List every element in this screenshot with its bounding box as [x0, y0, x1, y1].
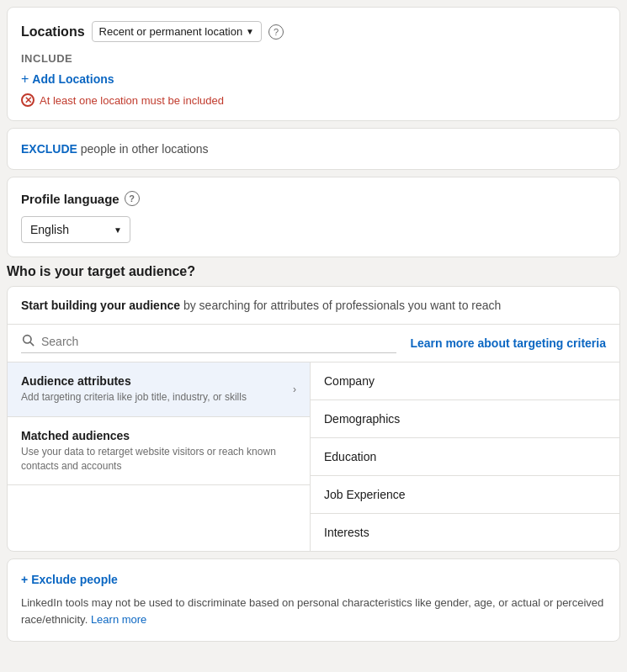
- target-audience-section: Who is your target audience? Start build…: [7, 264, 620, 552]
- add-locations-button[interactable]: + Add Locations: [21, 71, 114, 87]
- profile-language-header: Profile language ?: [21, 191, 606, 206]
- left-panel: Audience attributes Add targeting criter…: [8, 362, 311, 551]
- exclude-people-label: Exclude people: [31, 573, 118, 586]
- job-experience-item[interactable]: Job Experience: [311, 476, 619, 514]
- location-type-label: Recent or permanent location: [99, 25, 243, 38]
- location-error: ✕ At least one location must be included: [21, 93, 606, 107]
- audience-body: Audience attributes Add targeting criter…: [8, 362, 619, 551]
- exclude-people-text: people in other locations: [81, 142, 209, 156]
- company-item[interactable]: Company: [311, 362, 619, 400]
- search-row: Learn more about targeting criteria: [8, 325, 619, 362]
- exclude-label: EXCLUDE: [21, 142, 77, 156]
- learn-more-targeting-link[interactable]: Learn more about targeting criteria: [410, 336, 606, 350]
- audience-attributes-item[interactable]: Audience attributes Add targeting criter…: [8, 362, 310, 417]
- search-icon: [21, 333, 35, 349]
- error-icon: ✕: [21, 93, 35, 107]
- profile-language-title: Profile language: [21, 192, 120, 206]
- matched-audiences-content: Matched audiences Use your data to retar…: [21, 429, 296, 474]
- error-message-text: At least one location must be included: [40, 94, 224, 107]
- plus-icon-exclude: +: [21, 573, 28, 586]
- target-audience-title: Who is your target audience?: [7, 264, 620, 279]
- audience-attributes-desc: Add targeting criteria like job title, i…: [21, 390, 247, 405]
- search-input[interactable]: [41, 335, 396, 348]
- chevron-down-icon: ▼: [246, 27, 254, 36]
- right-panel: Company Demographics Education Job Exper…: [311, 362, 619, 551]
- language-dropdown-wrapper: English Spanish French German Chinese Ja…: [21, 216, 130, 243]
- plus-icon: +: [21, 71, 29, 87]
- audience-intro: Start building your audience by searchin…: [8, 287, 619, 325]
- audience-card: Start building your audience by searchin…: [7, 286, 620, 552]
- location-type-button[interactable]: Recent or permanent location ▼: [92, 21, 262, 42]
- audience-intro-text: by searching for attributes of professio…: [180, 299, 501, 312]
- demographics-item[interactable]: Demographics: [311, 400, 619, 438]
- svg-line-1: [30, 342, 34, 346]
- exclude-section: EXCLUDE people in other locations: [21, 142, 606, 156]
- disclaimer-text: LinkedIn tools may not be used to discri…: [21, 595, 606, 627]
- locations-label: Locations: [21, 24, 85, 40]
- language-select[interactable]: English Spanish French German Chinese Ja…: [21, 216, 130, 243]
- matched-audiences-item[interactable]: Matched audiences Use your data to retar…: [8, 417, 310, 486]
- locations-card: Locations Recent or permanent location ▼…: [7, 7, 620, 121]
- disclaimer-learn-more-link[interactable]: Learn more: [91, 613, 146, 626]
- include-label: INCLUDE: [21, 52, 606, 65]
- audience-attributes-content: Audience attributes Add targeting criter…: [21, 374, 247, 405]
- exclude-people-button[interactable]: + Exclude people: [21, 573, 118, 586]
- audience-attributes-title: Audience attributes: [21, 374, 247, 388]
- profile-language-card: Profile language ? English Spanish Frenc…: [7, 177, 620, 257]
- exclude-people-card: + Exclude people LinkedIn tools may not …: [7, 558, 620, 642]
- chevron-right-icon: ›: [293, 384, 296, 395]
- add-locations-label: Add Locations: [32, 72, 114, 86]
- education-item[interactable]: Education: [311, 438, 619, 476]
- audience-intro-bold: Start building your audience: [21, 299, 180, 312]
- matched-audiences-desc: Use your data to retarget website visito…: [21, 445, 296, 474]
- search-input-area: [21, 333, 396, 353]
- exclude-locations-card: EXCLUDE people in other locations: [7, 128, 620, 170]
- locations-header: Locations Recent or permanent location ▼…: [21, 21, 606, 42]
- matched-audiences-title: Matched audiences: [21, 429, 296, 442]
- help-icon[interactable]: ?: [268, 24, 284, 40]
- profile-language-help-icon[interactable]: ?: [125, 191, 140, 206]
- interests-item[interactable]: Interests: [311, 514, 619, 551]
